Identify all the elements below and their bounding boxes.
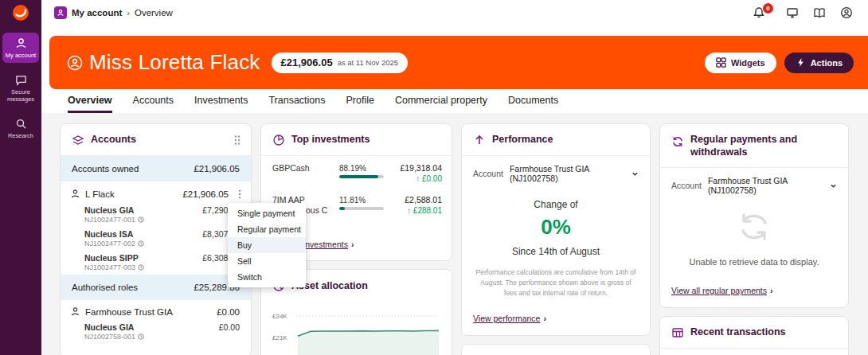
- menu-item-switch[interactable]: Switch: [228, 269, 306, 285]
- account-row-nucleus-sipp[interactable]: Nucleus SIPP NJ1002477-003 £6,308.76: [61, 251, 251, 275]
- client-avatar-icon: [67, 55, 83, 71]
- asset-allocation-chart: £24K £21K £18K: [261, 301, 452, 355]
- top-investments-header: Top investments: [261, 124, 452, 156]
- owner-row-farmhouse-trust[interactable]: Farmhouse Trust GIA £0.00: [61, 300, 251, 320]
- increase-arrow-icon: ↑: [407, 206, 411, 215]
- menu-item-single-payment[interactable]: Single payment: [228, 205, 306, 221]
- empty-message: Unable to retrieve data to display.: [660, 257, 848, 267]
- account-value: Farmhouse Trust GIA (NJ1002758): [510, 164, 625, 183]
- clock-icon: [138, 217, 144, 223]
- tab-profile[interactable]: Profile: [346, 89, 374, 113]
- view-performance-link[interactable]: View performance›: [473, 314, 546, 323]
- investment-name: GBPCash: [272, 163, 333, 174]
- tab-transactions[interactable]: Transactions: [268, 89, 325, 113]
- profile-icon[interactable]: [839, 6, 854, 20]
- owner-row-l-flack[interactable]: L Flack £21,906.05 ⋮: [61, 181, 251, 203]
- sidebar: My account Secure messages Research: [0, 0, 41, 355]
- drag-handle-icon[interactable]: [233, 135, 241, 146]
- investment-percent: 88.19%: [339, 164, 393, 173]
- card-title: Recent transactions: [690, 326, 785, 339]
- sidebar-item-label: Research: [8, 132, 33, 139]
- chevron-down-icon: [631, 170, 639, 178]
- kebab-menu-icon[interactable]: ⋮: [233, 188, 246, 200]
- client-header-banner: Miss Loretta Flack £21,906.05 as at 11 N…: [49, 36, 868, 89]
- breadcrumb-separator: ›: [127, 8, 130, 18]
- investment-change: ↑ £0.00: [400, 174, 442, 183]
- notifications-bell-icon[interactable]: 0: [752, 6, 766, 20]
- owner-name: L Flack: [85, 189, 178, 199]
- column-1: Accounts Accounts owned £21,906.05 L Fla…: [60, 123, 252, 355]
- performance-disclaimer: Performance calculations are cumulative …: [462, 267, 650, 298]
- card-title: Regular payments and withdrawals: [690, 134, 826, 158]
- tab-commercial-property[interactable]: Commercial property: [395, 89, 487, 113]
- research-icon: [15, 118, 27, 130]
- account-value: £0.00: [219, 322, 240, 332]
- regular-payments-card: Regular payments and withdrawals Account…: [659, 123, 849, 308]
- performance-card: Performance Account Farmhouse Trust GIA …: [461, 123, 651, 336]
- top-zone: My account › Overview 0: [41, 0, 868, 113]
- svg-text:£21K: £21K: [272, 334, 287, 341]
- tab-documents[interactable]: Documents: [508, 89, 558, 113]
- accounts-owned-value: £21,906.05: [194, 164, 240, 174]
- sidebar-item-secure-messages[interactable]: Secure messages: [2, 69, 39, 107]
- recent-transactions-header: Recent transactions: [660, 317, 848, 349]
- tab-investments[interactable]: Investments: [194, 89, 248, 113]
- cycle-icon: [671, 135, 684, 148]
- regular-payments-account-selector[interactable]: Account Farmhouse Trust GIA (NJ1002758): [660, 168, 848, 200]
- account-value: Farmhouse Trust GIA (NJ1002758): [708, 176, 823, 195]
- accounts-owned-row: Accounts owned £21,906.05: [61, 156, 251, 181]
- account-name: Nucleus ISA: [84, 229, 144, 239]
- breadcrumb-current: Overview: [135, 8, 173, 18]
- card-title: Performance: [492, 134, 553, 146]
- performance-account-selector[interactable]: Account Farmhouse Trust GIA (NJ1002758): [462, 156, 650, 188]
- library-icon[interactable]: [812, 6, 827, 20]
- accounts-card-header: Accounts: [61, 124, 251, 156]
- account-row-nucleus-gia[interactable]: Nucleus GIA NJ1002477-001 £7,290.00: [61, 203, 251, 227]
- widgets-button-label: Widgets: [731, 58, 765, 68]
- view-all-regular-payments-link[interactable]: View all regular payments›: [671, 286, 773, 295]
- accounts-icon: [72, 134, 84, 146]
- main-area: My account › Overview 0: [41, 0, 868, 355]
- account-name: Nucleus SIPP: [84, 253, 144, 263]
- chevron-right-icon: ›: [770, 286, 773, 295]
- performance-summary: Change of 0% Since 14th of August Perfor…: [462, 199, 650, 298]
- owner-value: £21,906.05: [182, 189, 229, 199]
- accounts-owned-label: Accounts owned: [72, 164, 139, 174]
- account-row-nucleus-gia-trust[interactable]: Nucleus GIA NJ1002758-001 £0.00: [61, 320, 251, 344]
- investment-progress-bar: [339, 207, 384, 210]
- investment-row-gbpcash[interactable]: GBPCash 88.19% £19,318.04 ↑ £0.00: [261, 156, 452, 188]
- actions-button[interactable]: Actions: [784, 53, 854, 73]
- menu-item-regular-payment[interactable]: Regular payment: [228, 221, 306, 237]
- documents-header: Documents: [462, 345, 650, 355]
- investment-percent: 11.81%: [339, 196, 398, 205]
- sidebar-item-label: Secure messages: [3, 88, 38, 103]
- tab-overview[interactable]: Overview: [68, 89, 112, 113]
- sidebar-item-my-account[interactable]: My account: [2, 33, 39, 63]
- menu-item-buy[interactable]: Buy: [228, 237, 306, 253]
- breadcrumb-account-icon: [54, 6, 67, 19]
- owner-name: Farmhouse Trust GIA: [85, 307, 212, 317]
- breadcrumb-root[interactable]: My account: [72, 8, 122, 18]
- account-number: NJ1002477-001: [84, 216, 135, 224]
- account-label: Account: [671, 181, 702, 190]
- widgets-button[interactable]: Widgets: [705, 53, 776, 73]
- clock-icon: [138, 240, 144, 247]
- clock-icon: [138, 334, 144, 340]
- sidebar-item-research[interactable]: Research: [2, 113, 39, 143]
- page-title-client-name: Miss Loretta Flack: [89, 50, 260, 75]
- recent-transactions-account-selector[interactable]: Account Farmhouse Trust GIA (NJ1002758): [660, 349, 848, 355]
- actions-button-label: Actions: [811, 58, 843, 68]
- tab-accounts[interactable]: Accounts: [133, 89, 174, 113]
- top-toolbar: 0: [752, 6, 854, 20]
- investment-value: £2,588.01: [405, 195, 442, 205]
- pie-chart-icon: [272, 134, 285, 146]
- sidebar-item-label: My account: [6, 52, 36, 59]
- display-icon[interactable]: [785, 6, 800, 20]
- breadcrumb: My account › Overview: [54, 6, 173, 19]
- menu-item-sell[interactable]: Sell: [228, 253, 306, 269]
- dashboard-content: Accounts Accounts owned £21,906.05 L Fla…: [41, 113, 868, 355]
- investment-value: £19,318.04: [400, 163, 442, 173]
- recent-transactions-card: Recent transactions Account Farmhouse Tr…: [659, 316, 849, 355]
- account-row-nucleus-isa[interactable]: Nucleus ISA NJ1002477-002 £8,307.29: [61, 227, 251, 251]
- increase-arrow-icon: ↑: [416, 174, 420, 183]
